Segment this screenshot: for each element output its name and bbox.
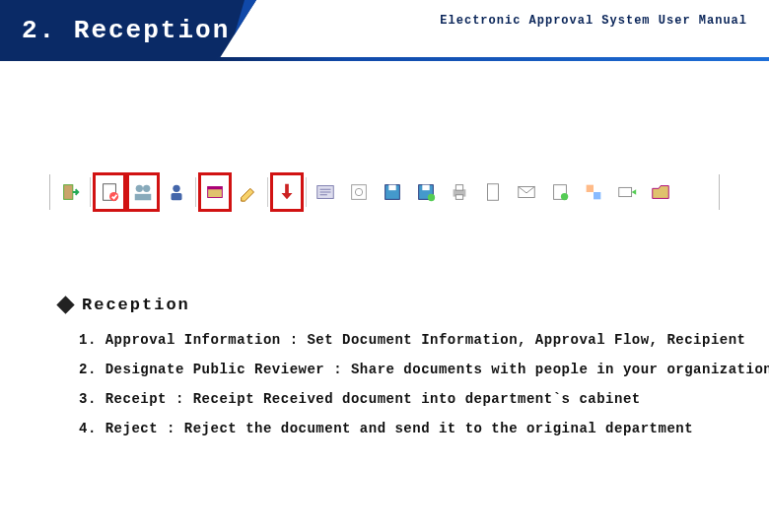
- send-button[interactable]: [610, 172, 644, 212]
- saveas-button[interactable]: [409, 172, 443, 212]
- svg-rect-9: [208, 187, 223, 190]
- summary-button[interactable]: [309, 172, 342, 212]
- list-item: 2. Designate Public Reviewer : Share doc…: [79, 362, 720, 377]
- slide: 2. Reception Electronic Approval System …: [0, 0, 769, 532]
- receipt-button[interactable]: [198, 172, 232, 212]
- toolbar-separator: [306, 177, 307, 207]
- preview-button[interactable]: [342, 172, 376, 212]
- header-stripe: [0, 57, 769, 61]
- toolbar: [49, 163, 720, 222]
- steps-list: 1. Approval Information : Set Document I…: [59, 332, 720, 436]
- svg-rect-27: [619, 187, 632, 196]
- svg-rect-0: [64, 185, 73, 200]
- toolbar-separator: [90, 177, 91, 207]
- list-item: 1. Approval Information : Set Document I…: [79, 332, 720, 348]
- save-button[interactable]: [376, 172, 409, 212]
- toolbar-icons: [50, 172, 719, 212]
- svg-rect-26: [594, 192, 600, 199]
- exit-button[interactable]: [54, 172, 88, 212]
- section-head: Reception: [59, 296, 720, 314]
- page-button[interactable]: [476, 172, 510, 212]
- svg-point-17: [428, 194, 435, 201]
- open-icon: [650, 181, 671, 203]
- header: 2. Reception Electronic Approval System …: [0, 0, 769, 61]
- list-item: 3. Receipt : Receipt Received document i…: [79, 391, 720, 407]
- svg-rect-20: [455, 195, 462, 200]
- send-icon: [616, 181, 638, 203]
- toolbar-separator: [267, 177, 268, 207]
- svg-point-4: [143, 185, 150, 192]
- summary-icon: [315, 181, 336, 203]
- save-icon: [382, 181, 403, 203]
- svg-rect-7: [172, 193, 182, 200]
- page-icon: [482, 181, 504, 203]
- print-button[interactable]: [443, 172, 476, 212]
- svg-point-6: [173, 185, 179, 192]
- page-title: 2. Reception: [22, 16, 230, 45]
- attach-button[interactable]: [543, 172, 577, 212]
- designate-reviewer-icon: [132, 181, 154, 203]
- preview-icon: [348, 181, 370, 203]
- bullet-diamond-icon: [56, 296, 74, 313]
- edit-icon: [238, 181, 259, 203]
- svg-rect-19: [455, 185, 462, 191]
- svg-rect-16: [422, 185, 429, 191]
- svg-rect-5: [135, 194, 152, 200]
- person-button[interactable]: [160, 172, 193, 212]
- svg-point-3: [136, 185, 143, 192]
- approval-info-icon: [99, 181, 120, 203]
- svg-rect-14: [388, 185, 395, 191]
- saveas-icon: [415, 181, 437, 203]
- open-button[interactable]: [644, 172, 677, 212]
- related-icon: [583, 181, 604, 203]
- section-title: Reception: [82, 296, 190, 314]
- svg-rect-21: [488, 184, 499, 201]
- manual-subtitle: Electronic Approval System User Manual: [440, 14, 747, 28]
- edit-button[interactable]: [232, 172, 265, 212]
- svg-point-2: [109, 192, 118, 201]
- svg-rect-11: [352, 185, 367, 200]
- exit-icon: [60, 181, 82, 203]
- toolbar-right-edge: [719, 174, 720, 210]
- content: Reception 1. Approval Information : Set …: [59, 296, 720, 450]
- related-button[interactable]: [577, 172, 610, 212]
- list-item: 4. Reject : Reject the document and send…: [79, 421, 720, 436]
- person-icon: [166, 181, 187, 203]
- mail-icon: [516, 181, 537, 203]
- receipt-icon: [204, 181, 226, 203]
- svg-rect-25: [587, 185, 594, 192]
- svg-point-12: [355, 188, 362, 195]
- approval-info-button[interactable]: [93, 172, 126, 212]
- toolbar-separator: [195, 177, 196, 207]
- mail-button[interactable]: [510, 172, 543, 212]
- print-icon: [449, 181, 470, 203]
- svg-point-24: [561, 193, 568, 200]
- attach-icon: [549, 181, 571, 203]
- title-banner: 2. Reception: [0, 0, 256, 61]
- designate-reviewer-button[interactable]: [126, 172, 160, 212]
- reject-button[interactable]: [270, 172, 304, 212]
- reject-icon: [276, 181, 298, 203]
